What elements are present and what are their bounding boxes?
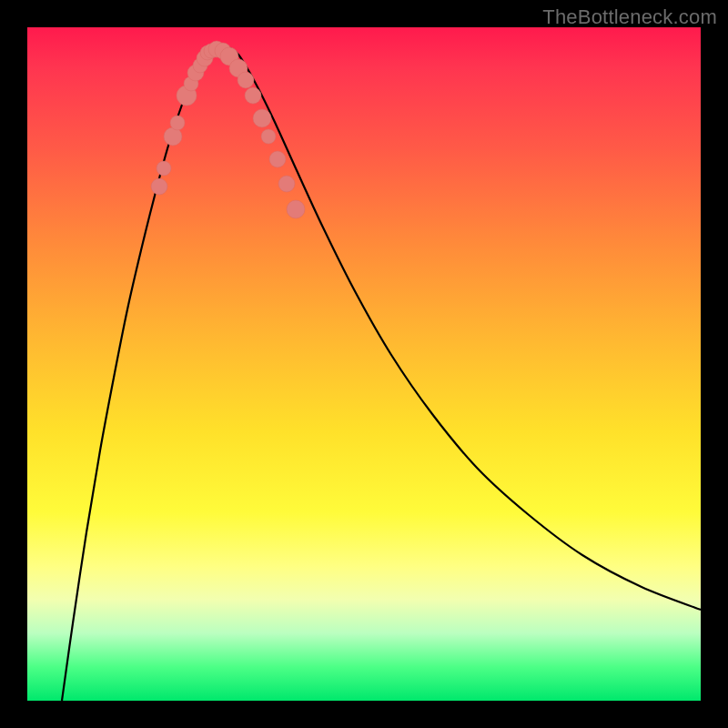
watermark-text: TheBottleneck.com bbox=[542, 5, 717, 29]
chart-plot-area bbox=[27, 27, 701, 701]
scatter-dot bbox=[151, 178, 167, 195]
chart-svg bbox=[27, 27, 701, 701]
scatter-dot bbox=[269, 151, 286, 167]
scatter-dot bbox=[287, 200, 305, 218]
scatter-dot bbox=[245, 87, 261, 104]
scatter-dot bbox=[253, 109, 271, 127]
bottleneck-curve bbox=[62, 46, 701, 701]
scatter-dot bbox=[238, 72, 254, 88]
scatter-dot bbox=[170, 116, 185, 130]
scatter-dot bbox=[157, 161, 171, 176]
scatter-dot bbox=[261, 129, 276, 144]
scatter-dot bbox=[278, 176, 295, 192]
scatter-dots-group bbox=[151, 41, 305, 218]
